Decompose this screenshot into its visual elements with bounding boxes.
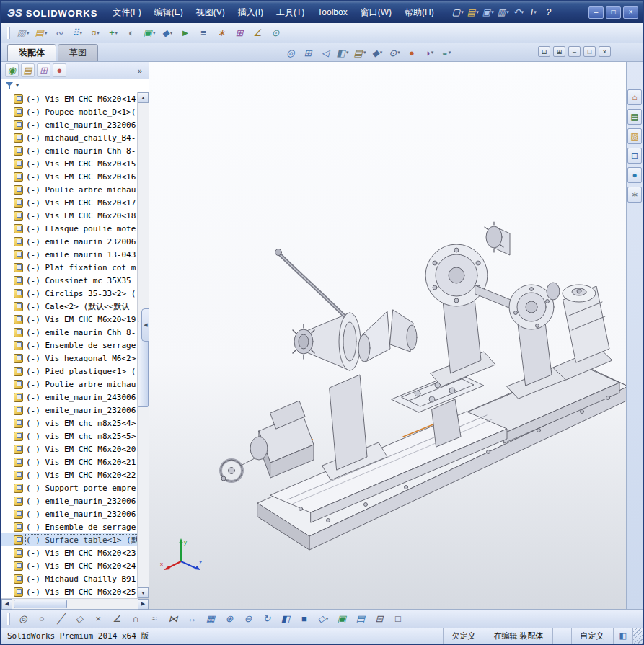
line-tool-icon[interactable]: ╱ xyxy=(52,612,69,626)
tree-item[interactable]: (-) emile_maurin_232006 xyxy=(1,494,137,507)
save-icon[interactable]: ▣ xyxy=(481,5,495,19)
assembly-features-icon[interactable]: ▣ xyxy=(141,26,157,40)
view-settings-icon[interactable]: ◒ xyxy=(438,45,454,60)
component-pattern-icon[interactable]: ⠿ xyxy=(69,26,85,40)
polygon-tool-icon[interactable]: ◇ xyxy=(71,612,88,626)
tree-item[interactable]: (-) emile_maurin_232006 xyxy=(1,118,137,131)
sketch-origin-icon[interactable]: ◎ xyxy=(14,612,32,626)
tree-horizontal-scrollbar[interactable]: ◀ ▶ xyxy=(1,598,149,609)
tree-item[interactable]: (-) Michaud Chailly B91 xyxy=(1,572,137,585)
resize-grip[interactable] xyxy=(632,628,643,644)
graphics-viewport[interactable]: x y z xyxy=(149,62,626,609)
view-palette-icon[interactable]: ⊟ xyxy=(627,148,642,164)
filter-icon[interactable] xyxy=(6,81,14,89)
tree-item[interactable]: (-) Ensemble de serrage xyxy=(1,520,137,533)
new-document-icon[interactable]: ▢ xyxy=(451,5,465,19)
open-part-icon[interactable]: ▤ xyxy=(33,26,49,40)
tree-item[interactable]: (-) emile maurin Chh 8- xyxy=(1,144,137,157)
menu-item[interactable]: 编辑(E) xyxy=(148,1,190,23)
scroll-down-button[interactable]: ▼ xyxy=(138,587,149,598)
tree-item[interactable]: (-) Vis EM CHC M6x20<25 xyxy=(1,585,137,598)
close-button[interactable]: × xyxy=(623,6,638,19)
tab-assembly[interactable]: 装配体 xyxy=(7,44,56,61)
tree-item[interactable]: (-) emile_maurin_232006 xyxy=(1,507,137,520)
tree-item[interactable]: (-) Pied plastique<1> ( xyxy=(1,365,137,378)
view-orientation-icon[interactable]: ▤ xyxy=(352,45,368,60)
tree-item[interactable]: (-) Vis EM CHC M6x20<16 xyxy=(1,170,137,183)
tree-item[interactable]: (-) Circlips 35-33<2> ( xyxy=(1,287,137,300)
mate-icon[interactable]: ∾ xyxy=(51,26,67,40)
doc-restore-button[interactable]: □ xyxy=(583,46,596,57)
apply-scene-icon[interactable]: ◑ xyxy=(421,45,437,60)
scroll-thumb[interactable] xyxy=(14,600,67,608)
pane-layout-icon[interactable]: ⊡ xyxy=(538,46,550,57)
scroll-right-button[interactable]: ▶ xyxy=(138,599,149,610)
edit-appearance-icon[interactable]: ● xyxy=(404,45,420,60)
tree-item[interactable]: (-) Vis hexagonal M6<2> xyxy=(1,352,137,365)
zoom-fit-icon[interactable]: ◎ xyxy=(283,45,299,60)
toolbar-grip[interactable] xyxy=(7,613,10,625)
panel-expand-chevron[interactable]: » xyxy=(135,66,145,75)
hide-show-items-icon[interactable]: ⊙ xyxy=(387,45,402,60)
help-icon[interactable]: ? xyxy=(542,5,556,19)
design-library-icon[interactable]: ▤ xyxy=(627,109,642,125)
assembly-visualization-icon[interactable]: ▣ xyxy=(333,612,350,626)
shaded-edges-view-icon[interactable]: ■ xyxy=(296,612,313,626)
propertymanager-tab-icon[interactable]: ▤ xyxy=(21,63,35,77)
insert-components-icon[interactable]: ▧ xyxy=(15,26,31,40)
tree-item[interactable]: (-) emile_maurin_232006 xyxy=(1,235,137,248)
tree-item[interactable]: (-) Cale<2> (默认<<默认 xyxy=(1,300,137,313)
tree-item[interactable]: (-) Plat fixation cot_m xyxy=(1,261,137,274)
angle-dimension-icon[interactable]: ∠ xyxy=(108,612,125,626)
tree-item[interactable]: (-) Vis EM CHC M6x20<14 xyxy=(1,92,137,105)
tree-item[interactable]: (-) Ensemble de serrage xyxy=(1,339,137,352)
custom-label[interactable]: 自定义 xyxy=(571,628,613,644)
arc-tool-icon[interactable]: ∩ xyxy=(127,612,144,626)
zoom-area-icon[interactable]: ⊞ xyxy=(300,45,316,60)
section-view-icon[interactable]: ◧ xyxy=(335,45,350,60)
circle-tool-icon[interactable]: ○ xyxy=(33,612,50,626)
menu-item[interactable]: 帮助(H) xyxy=(398,1,441,23)
wireframe-view-icon[interactable]: ◇ xyxy=(314,612,332,626)
scroll-up-button[interactable]: ▲ xyxy=(138,92,149,103)
panel-splitter[interactable]: ◀ xyxy=(141,308,149,342)
tree-item[interactable]: (-) michaud_chailly_B4- xyxy=(1,131,137,144)
scroll-track[interactable] xyxy=(12,599,138,609)
tree-item[interactable]: (-) Poulie arbre michau xyxy=(1,378,137,391)
tree-item[interactable]: (-) vis EM chc m8x25<4> xyxy=(1,417,137,430)
custom-properties-icon[interactable]: ∗ xyxy=(627,187,642,203)
zoom-out-icon[interactable]: ⊖ xyxy=(239,612,257,626)
file-explorer-icon[interactable]: ▧ xyxy=(627,128,642,144)
tree-item[interactable]: (-) Flasque poulie mote xyxy=(1,222,137,235)
open-icon[interactable]: ▤ xyxy=(466,5,480,19)
status-display-icon[interactable]: ◧ xyxy=(613,628,632,644)
scroll-track[interactable] xyxy=(138,103,149,587)
scroll-left-button[interactable]: ◀ xyxy=(1,599,12,610)
tree-item[interactable]: (-) Vis EM CHC M6x20<15 xyxy=(1,157,137,170)
tree-item[interactable]: (-) emile_maurin_13-043 xyxy=(1,248,137,261)
new-motion-study-icon[interactable]: ► xyxy=(177,26,193,40)
measure-icon[interactable]: ∠ xyxy=(250,26,265,40)
tree-item[interactable]: (-) Vis EM CHC M6x20<21 xyxy=(1,455,137,468)
menu-item[interactable]: 窗口(W) xyxy=(354,1,398,23)
appearances-icon[interactable]: ● xyxy=(627,167,642,183)
pan-icon[interactable]: ↔ xyxy=(183,612,200,626)
menu-item[interactable]: Toolbox xyxy=(311,1,353,23)
shaded-view-icon[interactable]: ◧ xyxy=(277,612,294,626)
menu-item[interactable]: 视图(V) xyxy=(190,1,231,23)
toolbar-grip[interactable] xyxy=(7,27,10,39)
filter-caret-icon[interactable]: ▾ xyxy=(16,82,19,89)
split-view-icon[interactable]: ⊞ xyxy=(553,46,565,57)
menu-item[interactable]: 文件(F) xyxy=(106,1,147,23)
smart-fasteners-icon[interactable]: ¤ xyxy=(87,26,103,40)
tree-item[interactable]: (-) Poupee mobile_D<1>( xyxy=(1,105,137,118)
display-style-icon[interactable]: ◆ xyxy=(369,45,385,60)
tree-item[interactable]: (-) emile maurin Chh 8- xyxy=(1,326,137,339)
move-component-icon[interactable]: + xyxy=(105,26,121,40)
mirror-tool-icon[interactable]: ⋈ xyxy=(164,612,182,626)
minimize-button[interactable]: – xyxy=(588,6,604,19)
dimxpertmanager-tab-icon[interactable]: ● xyxy=(53,63,66,77)
cad-model[interactable] xyxy=(149,62,626,609)
trim-tool-icon[interactable]: × xyxy=(89,612,107,626)
rotate-view-icon[interactable]: ↻ xyxy=(258,612,275,626)
